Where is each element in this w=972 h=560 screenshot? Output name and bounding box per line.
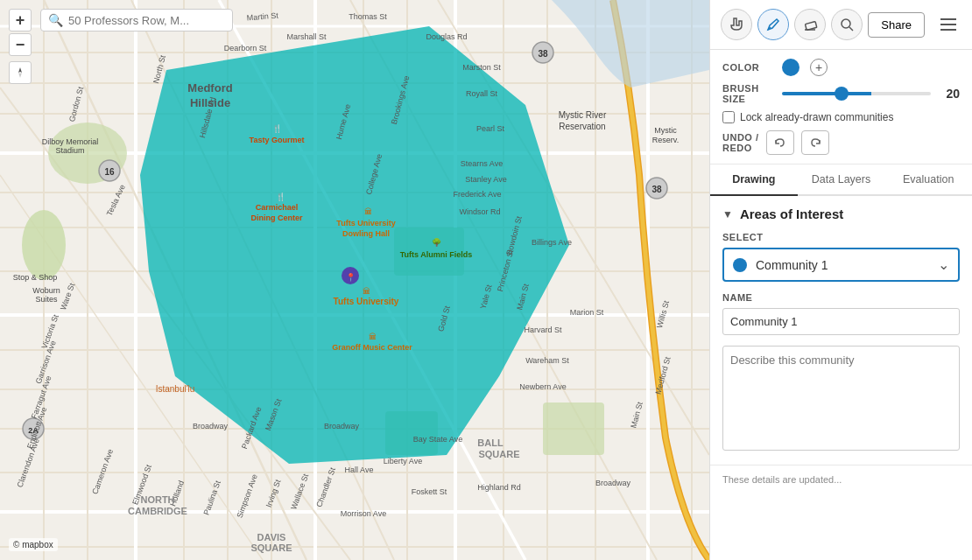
right-panel: Share COLOR + BRUSHSIZE 20 Lock already-…	[709, 0, 972, 560]
svg-rect-40	[543, 402, 604, 455]
svg-text:🏛: 🏛	[364, 207, 372, 216]
svg-text:Tufts University: Tufts University	[334, 297, 399, 306]
svg-text:Stearns Ave: Stearns Ave	[461, 159, 503, 168]
svg-text:CAMBRIDGE: CAMBRIDGE	[128, 506, 187, 516]
svg-text:🏛: 🏛	[369, 332, 377, 341]
community-color-dot	[733, 258, 747, 272]
redo-icon	[809, 136, 821, 149]
svg-text:Broadway: Broadway	[595, 479, 631, 487]
svg-text:Douglas Rd: Douglas Rd	[426, 32, 467, 41]
svg-text:Marion St: Marion St	[570, 308, 604, 317]
hand-tool-button[interactable]	[721, 9, 752, 40]
toolbar: Share	[710, 0, 972, 50]
brush-slider-container: 20	[782, 87, 960, 101]
svg-rect-147	[805, 22, 816, 31]
svg-text:Stadium: Stadium	[55, 146, 84, 155]
svg-point-149	[842, 19, 850, 28]
svg-text:Dowling Hall: Dowling Hall	[342, 229, 390, 238]
svg-text:Mystic: Mystic	[654, 126, 677, 135]
compass-button[interactable]	[9, 61, 32, 84]
menu-line	[940, 24, 956, 25]
map-background: 38 38 16 2A Martin St Thomas St Lyna Mar…	[0, 0, 709, 560]
svg-text:Windsor Rd: Windsor Rd	[459, 207, 500, 216]
community-select-value: Community 1	[756, 258, 938, 272]
svg-text:Foskett St: Foskett St	[412, 487, 447, 496]
community-select-dropdown[interactable]: Community 1 ⌄	[722, 248, 960, 282]
svg-text:Broadway: Broadway	[324, 422, 360, 430]
add-color-button[interactable]: +	[810, 59, 828, 76]
svg-text:Dearborn St: Dearborn St	[224, 44, 267, 52]
svg-text:Billings Ave: Billings Ave	[532, 238, 572, 247]
zoom-in-button[interactable]: +	[9, 9, 32, 32]
svg-point-42	[22, 210, 66, 280]
svg-line-150	[849, 27, 853, 31]
svg-text:16: 16	[104, 167, 115, 177]
svg-text:SQUARE: SQUARE	[478, 449, 519, 459]
menu-line	[940, 18, 956, 20]
svg-text:38: 38	[652, 185, 662, 194]
svg-text:38: 38	[538, 49, 548, 59]
map-attribution: © mapbox	[9, 538, 58, 551]
menu-button[interactable]	[935, 11, 961, 38]
svg-marker-144	[18, 67, 22, 73]
magnify-icon	[839, 17, 855, 32]
svg-text:Morrison Ave: Morrison Ave	[341, 509, 386, 518]
lock-communities-checkbox[interactable]	[722, 111, 735, 123]
community-name-input[interactable]	[722, 308, 960, 335]
svg-text:Hall Ave: Hall Ave	[345, 466, 374, 474]
svg-text:Tufts University: Tufts University	[336, 219, 395, 228]
chevron-down-icon: ⌄	[938, 256, 949, 273]
map-container[interactable]: 38 38 16 2A Martin St Thomas St Lyna Mar…	[0, 0, 709, 560]
svg-text:Tasty Gourmet: Tasty Gourmet	[250, 136, 305, 144]
svg-text:🍴: 🍴	[276, 192, 286, 202]
search-bar: 🔍	[40, 9, 233, 32]
brush-size-label: BRUSHSIZE	[722, 83, 775, 104]
undo-button[interactable]	[766, 130, 794, 155]
eraser-tool-button[interactable]	[794, 9, 826, 40]
svg-text:Woburn: Woburn	[32, 286, 60, 295]
eraser-icon	[802, 17, 818, 32]
zoom-out-button[interactable]: −	[9, 33, 32, 56]
redo-button[interactable]	[801, 130, 829, 155]
svg-text:Harvard St: Harvard St	[524, 326, 562, 334]
aoi-toggle[interactable]: ▼	[722, 208, 733, 220]
magnify-tool-button[interactable]	[831, 9, 863, 40]
map-controls: + −	[9, 9, 32, 84]
hand-icon	[729, 17, 744, 32]
aoi-section: ▼ Areas of Interest SELECT Community 1 ⌄…	[710, 196, 972, 465]
undo-icon	[774, 136, 786, 149]
svg-text:🍴: 🍴	[272, 123, 283, 134]
lock-communities-label: Lock already-drawn communities	[740, 111, 893, 123]
search-icon: 🔍	[48, 13, 63, 27]
svg-text:Marston St: Marston St	[462, 63, 501, 72]
svg-text:Reservation: Reservation	[559, 122, 605, 131]
svg-text:Istanbul'lu: Istanbul'lu	[156, 384, 195, 394]
svg-text:Marshall St: Marshall St	[286, 32, 327, 41]
svg-text:Highland Rd: Highland Rd	[477, 483, 521, 492]
brush-size-slider[interactable]	[782, 92, 931, 95]
select-label: SELECT	[722, 232, 960, 242]
svg-text:Mystic River: Mystic River	[559, 110, 607, 120]
svg-text:🌳: 🌳	[432, 237, 442, 248]
community-description-textarea[interactable]	[722, 346, 960, 451]
share-button[interactable]: Share	[868, 12, 925, 38]
tab-evaluation[interactable]: Evaluation	[884, 164, 972, 196]
svg-text:DAVIS: DAVIS	[257, 532, 286, 542]
svg-text:Carmichael: Carmichael	[256, 203, 299, 212]
tab-data-layers[interactable]: Data Layers	[798, 164, 885, 196]
search-input[interactable]	[68, 14, 225, 27]
tab-drawing[interactable]: Drawing	[710, 164, 798, 196]
svg-marker-145	[18, 73, 22, 78]
brush-size-value: 20	[938, 87, 960, 101]
svg-text:Hillside: Hillside	[190, 96, 230, 109]
menu-line	[940, 29, 956, 31]
svg-text:Wareham St: Wareham St	[525, 356, 569, 365]
color-swatch[interactable]	[782, 59, 799, 76]
tabs: Drawing Data Layers Evaluation	[710, 164, 972, 196]
name-label: NAME	[722, 292, 960, 303]
svg-text:Liberty Ave: Liberty Ave	[384, 457, 422, 466]
svg-text:Pearl St: Pearl St	[476, 124, 505, 133]
pen-tool-button[interactable]	[757, 9, 789, 40]
svg-text:Dilboy Memorial: Dilboy Memorial	[42, 137, 99, 146]
svg-text:Tufts Alumni Fields: Tufts Alumni Fields	[400, 250, 473, 259]
